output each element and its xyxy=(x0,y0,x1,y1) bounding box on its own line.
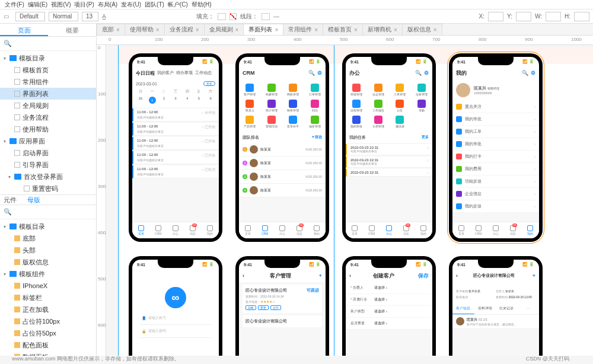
y-input[interactable] xyxy=(516,12,531,21)
tabbar-item[interactable]: CRM xyxy=(256,222,273,238)
schedule-item[interactable]: 11:00 - 12:00○ 已取消与客户沟通相关事宜 xyxy=(132,165,219,178)
appbar-tab[interactable]: 待办事项 xyxy=(176,70,193,76)
more-link[interactable]: 更多 xyxy=(422,135,429,141)
font-size-select[interactable]: 13 xyxy=(82,12,98,21)
doc-tab[interactable]: 使用帮助× xyxy=(125,24,165,35)
menu-item[interactable]: 功能反馈› xyxy=(452,175,539,188)
tree-node[interactable]: 头部 xyxy=(0,244,96,256)
gear-icon[interactable]: ⚙ xyxy=(317,70,322,76)
doc-tab[interactable]: 版权信息× xyxy=(402,24,442,35)
schedule-item[interactable]: 11:00 - 12:00○ 已开始与客户沟通相关事宜 xyxy=(132,123,219,136)
phone-mock-crm[interactable]: 9:41📶 🔋 CRM🔍⚙ 客户管理线索管理商机管理订单管理联系人统计管理财务管… xyxy=(235,53,329,242)
phone-mock-create-customer[interactable]: 9:41📶 🔋 ‹创建客户保存 *负责人请选择 ›*所属行业请选择 ›客户类型请… xyxy=(342,256,436,356)
menu-item[interactable]: 重点关注› xyxy=(452,101,539,113)
tabbar-item[interactable]: 消息99 xyxy=(505,222,522,238)
tab-elements[interactable]: 元件 xyxy=(4,196,17,205)
pages-search[interactable]: 🔍 xyxy=(0,37,96,51)
menu-view[interactable]: 视图(V) xyxy=(51,1,71,9)
tabbar-item[interactable]: 我的 xyxy=(202,222,219,238)
tree-node[interactable]: 正在加载 xyxy=(0,304,96,315)
search-icon[interactable]: 🔍 xyxy=(308,70,315,76)
tabbar-item[interactable]: 办公 xyxy=(380,222,397,238)
phone-mock-profile[interactable]: 9:41📶 🔋 我的🔍⚙ 匡某兴 销售经理18888888888 重点关注›我的… xyxy=(449,53,543,242)
guide-line[interactable] xyxy=(118,45,119,356)
app-icon[interactable]: 任务管理 xyxy=(411,82,433,98)
tabbar-item[interactable]: CRM xyxy=(470,222,487,238)
close-icon[interactable]: × xyxy=(394,27,397,33)
tabbar-item[interactable]: 办公 xyxy=(487,222,504,238)
doc-tab[interactable]: 新增商机× xyxy=(362,24,403,35)
tabbar-item[interactable]: 消息99 xyxy=(291,222,308,238)
masters-search[interactable]: 🔍 xyxy=(0,205,96,219)
app-icon[interactable]: 我的审批 xyxy=(346,114,368,130)
menu-project[interactable]: 项目(P) xyxy=(74,1,94,9)
tabbar-item[interactable]: 我的 xyxy=(415,222,432,238)
detail-tab[interactable]: 客户信息 xyxy=(452,304,474,314)
close-icon[interactable]: × xyxy=(433,27,437,33)
tabbar-item[interactable]: 我的 xyxy=(308,222,326,238)
avatar[interactable] xyxy=(456,83,470,97)
menu-item[interactable]: 我的打卡› xyxy=(452,151,539,163)
detail-tab[interactable]: 往来记录 xyxy=(496,304,518,314)
close-icon[interactable]: × xyxy=(235,27,239,33)
username-input[interactable]: 请输入账号 xyxy=(148,315,166,321)
schedule-item[interactable]: 11:00 - 12:00○ 已开始与客户沟通相关事宜 xyxy=(132,137,219,150)
menu-file[interactable]: 文件(F) xyxy=(5,1,24,9)
app-icon[interactable]: 线索管理 xyxy=(261,82,283,98)
doc-tab[interactable]: 界面列表× xyxy=(243,24,283,35)
menu-edit[interactable]: 编辑(E) xyxy=(28,1,47,9)
app-icon[interactable]: 文档管理 xyxy=(368,114,390,130)
tabbar-item[interactable]: 首页 xyxy=(452,222,470,238)
w-input[interactable] xyxy=(546,12,561,21)
app-icon[interactable]: 报价管理 xyxy=(304,114,326,130)
phone-mock-customer-detail[interactable]: 9:41📶 🔋 ‹匠心专业设计有限公司+ 客户来源 客户关系负责人 张学良联系电… xyxy=(449,256,543,356)
app-icon[interactable]: 商机管理 xyxy=(282,82,304,98)
app-icon[interactable]: 联系人 xyxy=(239,98,261,114)
doc-tab[interactable]: 模板首页× xyxy=(323,24,363,35)
tabbar-item[interactable]: 首页 xyxy=(132,222,149,238)
tab-masters[interactable]: 母版 xyxy=(27,196,40,205)
add-icon[interactable]: + xyxy=(533,273,535,279)
stroke-swatch[interactable] xyxy=(262,13,270,20)
detail-tab[interactable]: … xyxy=(518,304,540,314)
tabbar-item[interactable]: 首页 xyxy=(346,222,363,238)
tree-node[interactable]: ▾应用界面 xyxy=(0,135,96,147)
tree-node[interactable]: 配色面板 xyxy=(0,339,96,351)
close-icon[interactable]: × xyxy=(116,27,120,33)
gear-icon[interactable]: ⚙ xyxy=(531,70,535,76)
tabbar-item[interactable]: 办公 xyxy=(273,222,291,238)
phone-mock-office[interactable]: 9:41📶 🔋 办公🔍⚙ 审批管理日志管理工单管理任务管理日程管理工作报告公告考… xyxy=(342,53,436,242)
tree-node[interactable]: 启动界面 xyxy=(0,147,96,159)
app-icon[interactable]: 审批管理 xyxy=(346,82,368,98)
tabbar-item[interactable]: 办公 xyxy=(167,222,184,238)
app-icon[interactable]: 工单管理 xyxy=(389,82,411,98)
doc-tab[interactable]: 常用组件× xyxy=(283,24,323,35)
doc-tab[interactable]: 业务流程× xyxy=(164,24,205,35)
todo-item[interactable]: 2022-03-23 22:31○与客户沟通相关事宜 xyxy=(346,144,432,155)
app-icon[interactable]: 工作报告 xyxy=(368,98,390,114)
app-icon[interactable]: 统计管理 xyxy=(261,98,283,114)
menu-item[interactable]: 我的费用› xyxy=(452,163,539,175)
tree-node[interactable]: 占位符100px xyxy=(0,315,96,327)
menu-team[interactable]: 团队(T) xyxy=(145,1,164,9)
tree-node[interactable]: 模板首页 xyxy=(0,64,96,76)
tree-node[interactable]: 占位符50px xyxy=(0,327,96,339)
h-input[interactable] xyxy=(574,12,589,21)
artboard[interactable]: 9:41📶 🔋 今日日程 我的客户 待办事项 工作动态 2023-03-01更多… xyxy=(106,45,593,356)
form-row[interactable]: *所属行业请选择 › xyxy=(346,294,432,306)
font-style-select[interactable]: Normal xyxy=(49,12,78,21)
tree-node[interactable]: ▾模板目录 xyxy=(0,52,96,64)
gear-icon[interactable]: ⚙ xyxy=(424,70,429,76)
menu-publish[interactable]: 发布(U) xyxy=(121,1,141,9)
form-row[interactable]: 客户类型请选择 › xyxy=(346,306,432,318)
app-icon[interactable]: 日程管理 xyxy=(346,98,368,114)
form-row[interactable]: 是否重要请选择 › xyxy=(346,318,432,330)
save-button[interactable]: 保存 xyxy=(418,272,429,280)
customer-name[interactable]: 匠心专业设计有限公司 xyxy=(246,318,287,324)
stroke-style-icon[interactable]: — xyxy=(273,13,279,20)
app-icon[interactable]: 财务管理 xyxy=(282,98,304,114)
filter-link[interactable]: ▼筛选 xyxy=(311,135,322,141)
rank-item[interactable]: 4陈某某¥100,000.00 xyxy=(239,184,326,197)
form-row[interactable]: *负责人请选择 › xyxy=(346,282,432,294)
password-input[interactable]: 请输入密码 xyxy=(148,328,166,334)
